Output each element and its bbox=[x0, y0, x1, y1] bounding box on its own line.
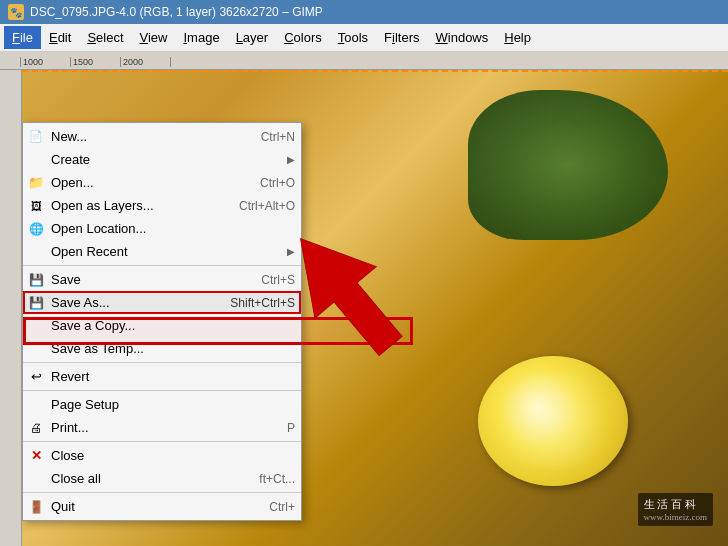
ruler-mark-2500 bbox=[170, 57, 220, 67]
lemon-decoration bbox=[478, 356, 628, 486]
menu-item-open[interactable]: 📁 Open... Ctrl+O bbox=[23, 171, 301, 194]
close-icon: ✕ bbox=[27, 447, 45, 465]
file-menu-dropdown: 📄 New... Ctrl+N Create ▶ 📁 Open... Ctrl+… bbox=[22, 122, 302, 521]
open-location-icon: 🌐 bbox=[27, 220, 45, 238]
herbs-decoration bbox=[468, 90, 668, 240]
ruler-marks: 1000 1500 2000 bbox=[20, 57, 220, 67]
separator-3 bbox=[23, 390, 301, 391]
watermark: 生 活 百 科 www.bimeiz.com bbox=[638, 493, 713, 526]
menu-file[interactable]: File bbox=[4, 26, 41, 49]
revert-icon: ↩ bbox=[27, 368, 45, 386]
menu-item-open-recent[interactable]: Open Recent ▶ bbox=[23, 240, 301, 263]
menu-item-close-all[interactable]: Close all ft+Ct... bbox=[23, 467, 301, 490]
save-as-icon: 💾 bbox=[27, 294, 45, 312]
menu-colors[interactable]: Colors bbox=[276, 26, 330, 49]
page-setup-icon bbox=[27, 396, 45, 414]
ruler-mark-2000: 2000 bbox=[120, 57, 170, 67]
open-icon: 📁 bbox=[27, 174, 45, 192]
menu-tools[interactable]: Tools bbox=[330, 26, 376, 49]
content-area: 生 活 百 科 www.bimeiz.com 📄 New... Ctrl+N C… bbox=[0, 70, 728, 546]
menu-item-close[interactable]: ✕ Close bbox=[23, 444, 301, 467]
dropdown-menu: 📄 New... Ctrl+N Create ▶ 📁 Open... Ctrl+… bbox=[22, 122, 302, 521]
menu-help[interactable]: Help bbox=[496, 26, 539, 49]
separator-4 bbox=[23, 441, 301, 442]
open-layers-icon: 🖼 bbox=[27, 197, 45, 215]
save-copy-icon bbox=[27, 317, 45, 335]
menu-select[interactable]: Select bbox=[79, 26, 131, 49]
menu-item-save-template[interactable]: Save as Temp... bbox=[23, 337, 301, 360]
save-template-icon bbox=[27, 340, 45, 358]
menu-item-save-copy[interactable]: Save a Copy... bbox=[23, 314, 301, 337]
menu-item-page-setup[interactable]: Page Setup bbox=[23, 393, 301, 416]
menu-item-save[interactable]: 💾 Save Ctrl+S bbox=[23, 268, 301, 291]
ruler-mark-1000: 1000 bbox=[20, 57, 70, 67]
menu-item-new[interactable]: 📄 New... Ctrl+N bbox=[23, 125, 301, 148]
menu-item-print[interactable]: 🖨 Print... P bbox=[23, 416, 301, 439]
quit-icon: 🚪 bbox=[27, 498, 45, 516]
new-icon: 📄 bbox=[27, 128, 45, 146]
left-toolbar bbox=[0, 70, 22, 546]
ruler-mark-1500: 1500 bbox=[70, 57, 120, 67]
window-title: DSC_0795.JPG-4.0 (RGB, 1 layer) 3626x272… bbox=[30, 5, 323, 19]
create-icon bbox=[27, 151, 45, 169]
watermark-url: www.bimeiz.com bbox=[644, 512, 707, 522]
close-all-icon bbox=[27, 470, 45, 488]
menu-windows[interactable]: Windows bbox=[428, 26, 497, 49]
menu-bar: File Edit Select View Image Layer Colors… bbox=[0, 24, 728, 52]
menu-item-open-location[interactable]: 🌐 Open Location... bbox=[23, 217, 301, 240]
menu-item-save-as[interactable]: 💾 Save As... Shift+Ctrl+S bbox=[23, 291, 301, 314]
menu-item-open-as-layers[interactable]: 🖼 Open as Layers... Ctrl+Alt+O bbox=[23, 194, 301, 217]
canvas-area: 生 活 百 科 www.bimeiz.com 📄 New... Ctrl+N C… bbox=[22, 70, 728, 546]
menu-image[interactable]: Image bbox=[175, 26, 227, 49]
menu-filters[interactable]: Filters bbox=[376, 26, 427, 49]
title-bar: 🐾 DSC_0795.JPG-4.0 (RGB, 1 layer) 3626x2… bbox=[0, 0, 728, 24]
watermark-text: 生 活 百 科 bbox=[644, 497, 707, 512]
selection-border bbox=[22, 70, 728, 73]
separator-2 bbox=[23, 362, 301, 363]
separator-5 bbox=[23, 492, 301, 493]
print-icon: 🖨 bbox=[27, 419, 45, 437]
menu-item-create[interactable]: Create ▶ bbox=[23, 148, 301, 171]
separator-1 bbox=[23, 265, 301, 266]
menu-item-revert[interactable]: ↩ Revert bbox=[23, 365, 301, 388]
open-recent-icon bbox=[27, 243, 45, 261]
menu-item-quit[interactable]: 🚪 Quit Ctrl+ bbox=[23, 495, 301, 518]
menu-edit[interactable]: Edit bbox=[41, 26, 79, 49]
menu-layer[interactable]: Layer bbox=[228, 26, 277, 49]
app-icon: 🐾 bbox=[8, 4, 24, 20]
ruler-top: 1000 1500 2000 bbox=[0, 52, 728, 70]
save-icon: 💾 bbox=[27, 271, 45, 289]
menu-view[interactable]: View bbox=[132, 26, 176, 49]
